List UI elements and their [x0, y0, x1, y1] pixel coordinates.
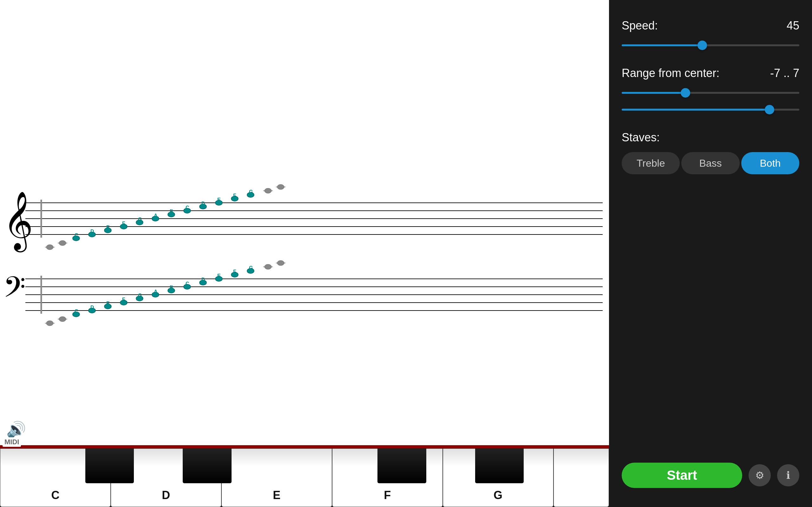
- staves-label: Staves:: [622, 131, 799, 144]
- range-section: Range from center: -7 .. 7: [622, 66, 799, 115]
- svg-point-10: [59, 240, 66, 245]
- piano-key-c-label: C: [51, 489, 59, 502]
- midi-bar: [0, 445, 609, 448]
- sheet-area: 𝄞 C D E F G A B C: [0, 0, 609, 507]
- info-button[interactable]: ℹ: [777, 464, 799, 487]
- piano-key-d-label: D: [162, 489, 170, 502]
- piano-key-ds[interactable]: [183, 448, 232, 483]
- speed-section: Speed: 45: [622, 19, 799, 51]
- range-low-slider[interactable]: [622, 92, 799, 94]
- start-button[interactable]: Start: [622, 463, 742, 488]
- speed-label: Speed:: [622, 19, 658, 32]
- svg-text:D: D: [90, 305, 94, 310]
- svg-text:C: C: [186, 281, 189, 286]
- piano-key-f-label: F: [384, 489, 391, 502]
- speed-slider[interactable]: [622, 44, 799, 46]
- staves-buttons-group: Treble Bass Both: [622, 152, 799, 174]
- svg-text:F: F: [122, 221, 125, 226]
- svg-point-47: [46, 321, 53, 326]
- svg-text:B: B: [170, 285, 173, 290]
- svg-text:F: F: [233, 269, 236, 274]
- midi-label: MIDI: [3, 437, 21, 447]
- svg-point-77: [277, 261, 284, 266]
- speed-value: 45: [786, 19, 799, 32]
- svg-text:G: G: [249, 189, 253, 194]
- svg-text:F: F: [122, 297, 125, 302]
- svg-text:D: D: [201, 201, 205, 206]
- range-value: -7 .. 7: [770, 66, 799, 80]
- svg-text:𝄞: 𝄞: [3, 192, 33, 252]
- svg-text:F: F: [233, 193, 236, 199]
- svg-text:E: E: [217, 273, 221, 279]
- svg-text:𝄢: 𝄢: [3, 272, 26, 310]
- range-row: Range from center: -7 .. 7: [622, 66, 799, 80]
- piano-key-e-label: E: [273, 489, 281, 502]
- settings-button[interactable]: ⚙: [749, 464, 771, 487]
- svg-text:C: C: [74, 233, 78, 238]
- staves-both-button[interactable]: Both: [741, 152, 799, 174]
- svg-point-36: [264, 188, 271, 193]
- piano-key-g-label: G: [494, 489, 502, 502]
- svg-text:C: C: [74, 308, 78, 314]
- sheet-music-panel: 𝄞 C D E F G A B C: [0, 0, 609, 507]
- svg-text:G: G: [138, 217, 142, 222]
- sound-icon[interactable]: 🔊: [6, 421, 26, 439]
- svg-text:C: C: [186, 205, 189, 210]
- svg-point-75: [264, 264, 271, 269]
- svg-point-8: [46, 245, 53, 250]
- svg-text:D: D: [201, 277, 205, 282]
- svg-text:B: B: [170, 209, 173, 214]
- controls-panel: Speed: 45 Range from center: -7 .. 7 Sta…: [609, 0, 812, 507]
- speed-row: Speed: 45: [622, 19, 799, 32]
- settings-icon: ⚙: [755, 469, 764, 481]
- svg-text:G: G: [138, 293, 142, 298]
- staves-treble-button[interactable]: Treble: [622, 152, 680, 174]
- sheet-svg: 𝄞 C D E F G A B C: [0, 0, 609, 507]
- range-high-slider[interactable]: [622, 109, 799, 111]
- svg-text:E: E: [106, 225, 110, 230]
- bottom-controls: Start ⚙ ℹ: [622, 463, 799, 488]
- sound-icon-area[interactable]: 🔊: [6, 420, 26, 439]
- svg-point-49: [59, 317, 66, 322]
- svg-text:D: D: [90, 229, 94, 234]
- svg-text:E: E: [217, 197, 221, 203]
- svg-text:G: G: [249, 265, 253, 271]
- staves-bass-button[interactable]: Bass: [681, 152, 740, 174]
- svg-text:E: E: [106, 301, 110, 306]
- piano-keyboard[interactable]: C D E F G: [0, 448, 609, 507]
- info-icon: ℹ: [786, 469, 790, 481]
- svg-text:A: A: [154, 213, 158, 218]
- piano-key-fs[interactable]: [377, 448, 426, 483]
- svg-text:A: A: [154, 289, 158, 294]
- svg-point-38: [277, 184, 284, 189]
- piano-key-e[interactable]: E: [221, 448, 332, 507]
- piano-key-cs[interactable]: [85, 448, 134, 483]
- staves-section: Staves: Treble Bass Both: [622, 131, 799, 174]
- piano-key-gs[interactable]: [475, 448, 524, 483]
- range-label: Range from center:: [622, 66, 719, 80]
